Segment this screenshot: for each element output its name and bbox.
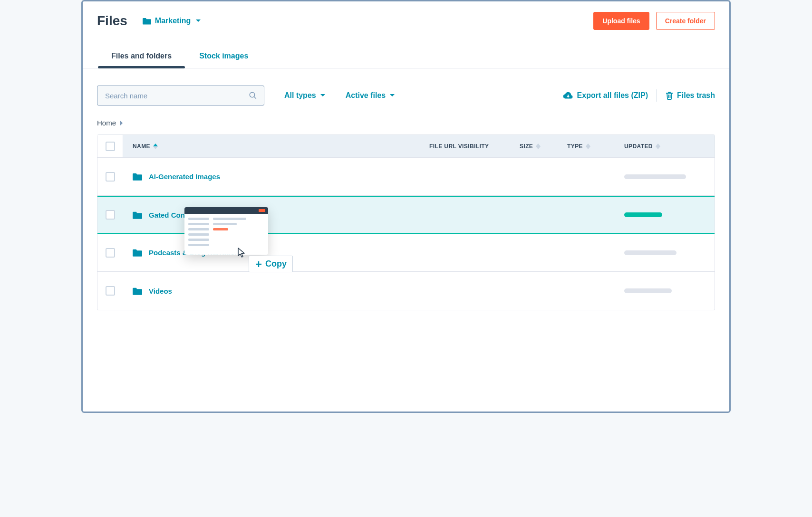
create-folder-button[interactable]: Create folder	[656, 12, 715, 30]
sort-icon	[656, 144, 660, 149]
column-header-updated[interactable]: UPDATED	[624, 143, 715, 150]
breadcrumb[interactable]: Home	[97, 119, 715, 127]
page-header: Files Marketing Upload files Create fold…	[97, 12, 715, 30]
export-all-files-button[interactable]: Export all files (ZIP)	[563, 91, 648, 100]
folder-icon	[133, 172, 142, 181]
folder-name: AI-Generated Images	[149, 172, 220, 181]
sort-asc-icon	[153, 144, 158, 149]
sort-icon	[536, 144, 541, 149]
chevron-down-icon	[389, 94, 395, 97]
chevron-down-icon	[195, 19, 201, 23]
column-header-type[interactable]: TYPE	[567, 143, 624, 150]
tab-files-and-folders[interactable]: Files and folders	[111, 47, 172, 68]
search-input-wrapper[interactable]	[97, 86, 264, 105]
trash-icon	[666, 91, 673, 100]
row-checkbox[interactable]	[106, 286, 115, 296]
table-header: NAME FILE URL VISIBILITY SIZE	[97, 135, 715, 158]
updated-placeholder	[624, 174, 686, 179]
cloud-download-icon	[563, 91, 573, 100]
column-label: UPDATED	[624, 143, 653, 150]
chevron-down-icon	[320, 94, 326, 97]
column-label: FILE URL VISIBILITY	[429, 143, 489, 150]
plus-icon	[255, 260, 262, 268]
filter-status-dropdown[interactable]: Active files	[346, 91, 395, 100]
upload-files-label: Upload files	[602, 17, 640, 25]
select-all-checkbox[interactable]	[106, 142, 115, 151]
copy-tooltip: Copy	[249, 256, 293, 272]
toolbar: All types Active files Export all files …	[97, 86, 715, 105]
row-checkbox[interactable]	[106, 172, 115, 182]
row-checkbox[interactable]	[106, 210, 115, 220]
row-checkbox[interactable]	[106, 248, 115, 258]
folder-link[interactable]: AI-Generated Images	[123, 172, 429, 181]
folder-name: Videos	[149, 287, 172, 295]
column-header-size[interactable]: SIZE	[520, 143, 567, 150]
filter-types-dropdown[interactable]: All types	[284, 91, 326, 100]
drag-preview-thumbnail	[184, 207, 268, 255]
column-header-name[interactable]: NAME	[123, 143, 429, 150]
folder-link[interactable]: Videos	[123, 287, 429, 295]
create-folder-label: Create folder	[665, 17, 706, 25]
svg-line-1	[254, 96, 256, 99]
folder-icon	[143, 17, 151, 25]
folder-icon	[133, 211, 142, 219]
folder-icon	[133, 249, 142, 257]
column-label: NAME	[133, 143, 150, 150]
column-label: SIZE	[520, 143, 533, 150]
filter-types-label: All types	[284, 91, 316, 100]
folder-name: Gated Cont	[149, 211, 187, 219]
filter-status-label: Active files	[346, 91, 386, 100]
folder-icon	[133, 287, 142, 295]
cursor-icon	[238, 248, 246, 258]
search-icon	[249, 91, 257, 100]
sort-icon	[586, 144, 590, 149]
column-header-visibility[interactable]: FILE URL VISIBILITY	[429, 143, 520, 150]
files-trash-button[interactable]: Files trash	[666, 91, 715, 100]
upload-files-button[interactable]: Upload files	[593, 12, 649, 30]
folder-selector-label: Marketing	[155, 17, 191, 25]
svg-point-0	[250, 92, 255, 97]
search-input[interactable]	[104, 91, 249, 100]
tab-label: Stock images	[199, 52, 248, 60]
tab-stock-images[interactable]: Stock images	[199, 47, 248, 68]
tabs: Files and folders Stock images	[83, 47, 729, 68]
folder-selector[interactable]: Marketing	[143, 17, 205, 25]
breadcrumb-home[interactable]: Home	[97, 119, 116, 127]
table-row[interactable]: AI-Generated Images	[97, 158, 715, 196]
separator	[657, 89, 657, 102]
files-trash-label: Files trash	[677, 91, 715, 100]
table-row[interactable]: Videos	[97, 272, 715, 310]
folder-link[interactable]: Gated Cont	[123, 211, 429, 219]
updated-placeholder	[624, 288, 672, 293]
chevron-right-icon	[120, 120, 124, 126]
column-label: TYPE	[567, 143, 583, 150]
tab-label: Files and folders	[111, 52, 172, 60]
updated-placeholder	[624, 212, 662, 217]
updated-placeholder	[624, 250, 677, 255]
copy-label: Copy	[265, 259, 287, 269]
export-all-files-label: Export all files (ZIP)	[577, 91, 648, 100]
page-title: Files	[97, 13, 127, 29]
